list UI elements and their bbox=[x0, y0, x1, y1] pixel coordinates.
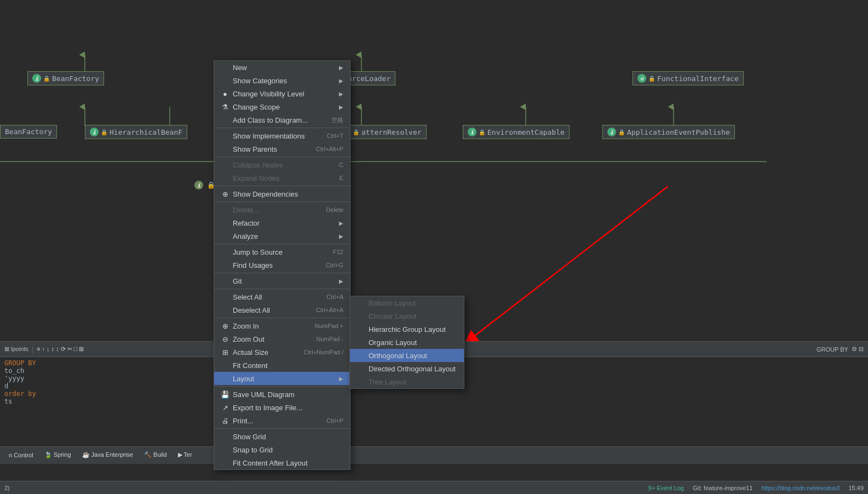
menu-item-hierarchic-group[interactable]: Hierarchic Group Layout bbox=[350, 323, 464, 336]
svg-line-10 bbox=[470, 186, 668, 340]
print-icon: 🖨 bbox=[221, 416, 229, 425]
export-icon: ↗ bbox=[221, 403, 229, 412]
menu-item-fit-content[interactable]: Fit Content bbox=[214, 359, 350, 372]
menu-item-export-image[interactable]: ↗ Export to Image File... bbox=[214, 401, 350, 414]
menu-item-layout[interactable]: Layout ▶ bbox=[214, 372, 350, 385]
visibility-icon: ● bbox=[221, 89, 229, 98]
menu-item-select-all[interactable]: Select All Ctrl+A bbox=[214, 290, 350, 303]
menu-item-zoom-in[interactable]: ⊕ Zoom In NumPad + bbox=[214, 319, 350, 332]
separator-3 bbox=[214, 186, 350, 186]
separator-2 bbox=[214, 157, 350, 157]
menu-item-collapse-nodes[interactable]: Collapse Nodes C bbox=[214, 158, 350, 171]
status-coordinates: 2) bbox=[4, 485, 10, 491]
node-icon: ⚙ bbox=[637, 74, 646, 83]
menu-item-tree-layout[interactable]: Tree Layout bbox=[350, 375, 464, 388]
tab-ter[interactable]: ▶ Ter bbox=[174, 450, 197, 461]
tab-build[interactable]: 🔨 Build bbox=[140, 450, 171, 461]
toolbar-label-breakpoints: ⊠ lpoints bbox=[4, 346, 28, 353]
separator-6 bbox=[214, 273, 350, 273]
status-bar: 2) 9+ Event Log Git: feature-improve11 h… bbox=[0, 481, 868, 494]
link-icon: ⊕ bbox=[221, 189, 229, 198]
separator-8 bbox=[214, 318, 350, 318]
menu-item-find-usages[interactable]: Find Usages Ctrl+G bbox=[214, 259, 350, 272]
menu-item-delete[interactable]: Delete... Delete bbox=[214, 203, 350, 216]
menu-item-show-implementations[interactable]: Show Implementations Ctrl+T bbox=[214, 129, 350, 142]
menu-item-orthogonal-layout[interactable]: Orthogonal Layout bbox=[350, 349, 464, 362]
separator-10 bbox=[214, 428, 350, 429]
menu-item-refactor[interactable]: Refactor ▶ bbox=[214, 216, 350, 229]
menu-item-circular-layout[interactable]: Circular Layout bbox=[350, 309, 464, 323]
node-bean-factory-bottom: BeanFactory bbox=[0, 125, 57, 139]
separator-5 bbox=[214, 244, 350, 244]
menu-item-print[interactable]: 🖨 Print... Ctrl+P bbox=[214, 414, 350, 427]
menu-item-show-parents[interactable]: Show Parents Ctrl+Alt+P bbox=[214, 142, 350, 156]
menu-item-expand-nodes[interactable]: Expand Nodes E bbox=[214, 171, 350, 185]
layout-submenu: Balloon Layout Circular Layout Hierarchi… bbox=[349, 296, 464, 389]
menu-item-show-grid[interactable]: Show Grid bbox=[214, 430, 350, 443]
menu-item-show-dependencies[interactable]: ⊕ Show Dependencies bbox=[214, 187, 350, 200]
node-icon: i bbox=[32, 74, 41, 83]
show-categories-icon bbox=[221, 76, 229, 85]
event-log[interactable]: 9+ Event Log bbox=[648, 485, 684, 491]
group-by-label: GROUP BY bbox=[817, 346, 848, 353]
menu-item-fit-content-after[interactable]: Fit Content After Layout bbox=[214, 456, 350, 469]
menu-item-analyze[interactable]: Analyze ▶ bbox=[214, 229, 350, 243]
menu-item-save-uml[interactable]: 💾 Save UML Diagram bbox=[214, 388, 350, 401]
menu-item-actual-size[interactable]: ⊞ Actual Size Ctrl+NumPad / bbox=[214, 346, 350, 359]
menu-item-jump-to-source[interactable]: Jump to Source F12 bbox=[214, 245, 350, 259]
save-uml-icon: 💾 bbox=[221, 390, 229, 399]
node-icon: i bbox=[468, 128, 476, 136]
node-functional-interface: ⚙ 🔒 FunctionalInterface bbox=[633, 71, 744, 85]
tab-n-control[interactable]: n Control bbox=[4, 451, 38, 461]
separator-9 bbox=[214, 386, 350, 387]
toolbar-icons: ≡ ↑ ↓ ↕ ↕ ⟳ ✂ □ ⊞ bbox=[37, 346, 84, 353]
menu-item-zoom-out[interactable]: ⊖ Zoom Out NumPad - bbox=[214, 332, 350, 346]
context-menu: New ▶ Show Categories ▶ ● Change Visibil… bbox=[214, 60, 350, 470]
menu-item-organic-layout[interactable]: Organic Layout bbox=[350, 336, 464, 349]
menu-item-new[interactable]: New ▶ bbox=[214, 61, 350, 74]
csdn-link: https://blog.csdn.net/exodus3 bbox=[761, 485, 840, 491]
menu-item-show-categories[interactable]: Show Categories ▶ bbox=[214, 74, 350, 87]
status-bar-right: 9+ Event Log Git: feature-improve11 http… bbox=[648, 485, 864, 491]
scope-icon: ⚗ bbox=[221, 102, 229, 111]
new-icon bbox=[221, 63, 229, 72]
zoom-in-icon: ⊕ bbox=[221, 321, 229, 330]
tab-spring[interactable]: 🍃 Spring bbox=[40, 450, 76, 461]
settings-icon: ⚙ ⊟ bbox=[852, 346, 864, 353]
actual-size-icon: ⊞ bbox=[221, 348, 229, 357]
menu-item-change-visibility[interactable]: ● Change Visibility Level ▶ bbox=[214, 87, 350, 100]
menu-item-git[interactable]: Git ▶ bbox=[214, 274, 350, 288]
tab-java-enterprise[interactable]: ☕ Java Enterprise bbox=[78, 450, 137, 461]
node-bean-factory: i 🔒 BeanFactory bbox=[27, 71, 104, 85]
bottom-toolbar: n Control 🍃 Spring ☕ Java Enterprise 🔨 B… bbox=[0, 446, 868, 464]
menu-item-snap-to-grid[interactable]: Snap to Grid bbox=[214, 443, 350, 456]
node-icon: i bbox=[607, 128, 616, 136]
time: 15:49 bbox=[848, 485, 864, 491]
git-branch: Git: feature-improve11 bbox=[693, 485, 752, 491]
menu-item-deselect-all[interactable]: Deselect All Ctrl+Alt+A bbox=[214, 303, 350, 317]
separator-7 bbox=[214, 289, 350, 289]
node-environment-capable: i 🔒 EnvironmentCapable bbox=[463, 125, 570, 139]
separator-4 bbox=[214, 202, 350, 202]
menu-item-directed-orthogonal[interactable]: Directed Orthogonal Layout bbox=[350, 362, 464, 375]
zoom-out-icon: ⊖ bbox=[221, 335, 229, 343]
separator-1 bbox=[214, 128, 350, 128]
add-class-icon bbox=[221, 116, 229, 124]
menu-item-balloon-layout[interactable]: Balloon Layout bbox=[350, 296, 464, 309]
node-hierarchical-bean: i 🔒 HierarchicalBeanF bbox=[85, 125, 187, 139]
menu-item-change-scope[interactable]: ⚗ Change Scope ▶ bbox=[214, 100, 350, 113]
node-app-event-publisher: i 🔒 ApplicationEventPublishe bbox=[602, 125, 735, 139]
menu-item-add-class[interactable]: Add Class to Diagram... 空格 bbox=[214, 113, 350, 127]
node-icon: i bbox=[90, 128, 99, 136]
